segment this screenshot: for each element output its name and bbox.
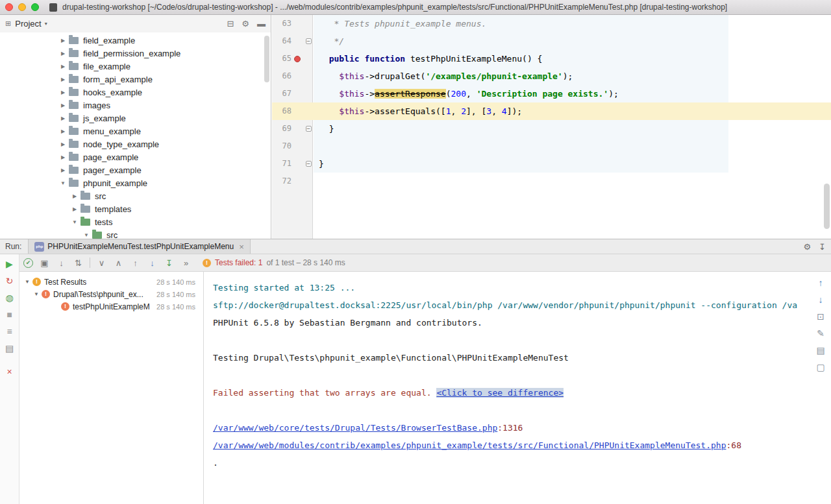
scroll-down-icon[interactable]: ↓ [819, 295, 823, 305]
project-tree-item-js_example[interactable]: ▶js_example [0, 112, 271, 125]
chevron-collapsed-icon[interactable]: ▶ [58, 154, 68, 160]
previous-failed-test-icon[interactable]: ↑ [130, 258, 141, 268]
folder-icon [69, 63, 79, 70]
chevron-collapsed-icon[interactable]: ▶ [58, 102, 68, 108]
console-output[interactable]: Testing started at 13:25 ...sftp://docke… [204, 272, 810, 504]
close-window-button[interactable] [5, 3, 13, 11]
project-tree-item-src[interactable]: ▼src [0, 228, 271, 239]
chevron-expanded-icon[interactable]: ▼ [82, 232, 91, 238]
code-line[interactable]: */ [314, 32, 344, 50]
chevron-expanded-icon[interactable]: ▼ [70, 219, 79, 225]
editor-scrollbar[interactable] [824, 184, 830, 229]
code-line[interactable]: $this->assertResponse(200, 'Description … [314, 85, 619, 102]
code-line[interactable]: * Tests phpunit_example menus. [314, 15, 486, 32]
rerun-icon[interactable]: ▶ [6, 259, 13, 269]
zoom-window-button[interactable] [31, 3, 39, 11]
test-tree-item[interactable]: ▼!Test Results28 s 140 ms [19, 276, 203, 288]
chevron-expanded-icon[interactable]: ▼ [23, 279, 31, 285]
export-test-results-icon[interactable]: ⊡ [817, 312, 825, 322]
chevron-down-icon[interactable]: ▾ [45, 21, 47, 27]
console-line [213, 366, 810, 384]
code-line[interactable] [314, 173, 319, 190]
console-link[interactable]: /var/www/web/modules/contrib/examples/ph… [213, 440, 726, 450]
code-line[interactable]: public function testPhpUnitExampleMenu()… [314, 50, 542, 67]
console-link[interactable]: /var/www/web/core/tests/Drupal/Tests/Bro… [213, 423, 497, 433]
project-tree-item-field_permission_example[interactable]: ▶field_permission_example [0, 47, 271, 60]
import-test-results-icon[interactable]: ↧ [164, 258, 175, 268]
editor[interactable]: 63 * Tests phpunit_example menus.64− */6… [272, 15, 831, 239]
coverage-icon[interactable]: ◍ [5, 293, 13, 303]
minimize-window-button[interactable] [18, 3, 26, 11]
close-tab-icon[interactable]: × [239, 242, 244, 252]
test-marker-icon[interactable] [294, 56, 301, 62]
show-ignored-icon[interactable]: ▣ [39, 258, 50, 268]
project-tree-item-templates[interactable]: ▶templates [0, 202, 271, 215]
project-tree-item-tests[interactable]: ▼tests [0, 215, 271, 228]
collapse-all-icon[interactable]: ∧ [113, 258, 124, 268]
console-link[interactable]: <Click to see difference> [436, 388, 564, 398]
gutter-cell: 63 [272, 15, 314, 32]
chevron-expanded-icon[interactable]: ▼ [58, 180, 68, 186]
clear-all-icon[interactable]: ▢ [816, 363, 825, 372]
chevron-collapsed-icon[interactable]: ▶ [58, 90, 68, 95]
project-panel-title[interactable]: Project [15, 19, 41, 29]
chevron-collapsed-icon[interactable]: ▶ [58, 38, 68, 43]
open-in-editor-icon[interactable]: ✎ [817, 329, 825, 339]
test-tree-item[interactable]: ▼!Drupal\Tests\phpunit_ex...28 s 140 ms [19, 288, 203, 300]
code-line[interactable]: $this->drupalGet('/examples/phpunit-exam… [314, 67, 573, 85]
sort-by-duration-icon[interactable]: ↓ [56, 258, 67, 268]
chevron-collapsed-icon[interactable]: ▶ [70, 193, 79, 199]
folder-icon [69, 102, 79, 109]
code-line[interactable] [314, 138, 319, 155]
collapse-all-icon[interactable]: ⊟ [227, 19, 234, 29]
sort-alphabetically-icon[interactable]: ⇅ [73, 258, 84, 268]
console-history-icon[interactable]: ▤ [5, 343, 14, 354]
hide-panel-icon[interactable]: ▬ [257, 19, 266, 29]
project-tree-item-pager_example[interactable]: ▶pager_example [0, 163, 271, 176]
project-tree-item-phpunit_example[interactable]: ▼phpunit_example [0, 176, 271, 189]
run-tab[interactable]: php PHPUnitExampleMenuTest.testPhpUnitEx… [28, 239, 250, 254]
project-tree-item-form_api_example[interactable]: ▶form_api_example [0, 73, 271, 86]
settings-icon[interactable]: ⚙ [242, 19, 249, 29]
scroll-up-icon[interactable]: ↑ [819, 278, 823, 288]
next-failed-test-icon[interactable]: ↓ [147, 258, 158, 268]
more-chevron-icon[interactable]: » [180, 258, 192, 268]
test-results-tree: ▼!Test Results28 s 140 ms▼!Drupal\Tests\… [19, 272, 204, 504]
fold-marker-icon[interactable]: − [306, 126, 312, 132]
chevron-collapsed-icon[interactable]: ▶ [58, 167, 68, 173]
fold-marker-icon[interactable]: − [306, 38, 312, 44]
chevron-collapsed-icon[interactable]: ▶ [58, 141, 68, 147]
test-tree-item[interactable]: !testPhpUnitExampleM28 s 140 ms [19, 300, 203, 313]
expand-all-icon[interactable]: ∨ [96, 258, 107, 268]
project-tree-item-src[interactable]: ▶src [0, 189, 271, 202]
chevron-collapsed-icon[interactable]: ▶ [58, 77, 68, 82]
code-line[interactable]: $this->assertEquals([1, 2], [3, 4]); [314, 102, 522, 120]
hide-panel-icon[interactable]: ↧ [819, 242, 826, 252]
close-icon[interactable]: × [6, 366, 12, 377]
code-line[interactable]: } [314, 155, 324, 173]
fold-marker-icon[interactable]: − [306, 161, 312, 167]
rerun-failed-tests-icon[interactable]: ↻ [6, 276, 14, 286]
chevron-collapsed-icon[interactable]: ▶ [58, 51, 68, 56]
print-icon[interactable]: ▤ [816, 346, 825, 355]
show-passed-icon[interactable]: ✔ [23, 258, 33, 268]
chevron-expanded-icon[interactable]: ▼ [32, 291, 40, 297]
editor-line-64: 64− */ [272, 32, 831, 50]
code-line[interactable]: } [314, 120, 334, 138]
chevron-collapsed-icon[interactable]: ▶ [58, 128, 68, 134]
project-tree-item-images[interactable]: ▶images [0, 99, 271, 112]
chevron-collapsed-icon[interactable]: ▶ [58, 115, 68, 121]
chevron-collapsed-icon[interactable]: ▶ [70, 206, 79, 212]
stop-icon[interactable]: ■ [6, 309, 12, 320]
dump-threads-icon[interactable]: ≡ [6, 326, 12, 337]
project-tree-item-hooks_example[interactable]: ▶hooks_example [0, 86, 271, 99]
project-panel-header: ⊞ Project ▾ ⊟⚙▬ [0, 15, 271, 32]
project-tree-item-page_example[interactable]: ▶page_example [0, 150, 271, 163]
project-tree-item-menu_example[interactable]: ▶menu_example [0, 125, 271, 138]
chevron-collapsed-icon[interactable]: ▶ [58, 64, 68, 69]
project-tree-item-node_type_example[interactable]: ▶node_type_example [0, 138, 271, 150]
project-tree-item-field_example[interactable]: ▶field_example [0, 34, 271, 47]
project-tree-item-file_example[interactable]: ▶file_example [0, 60, 271, 73]
settings-icon[interactable]: ⚙ [803, 242, 811, 252]
project-scrollbar[interactable] [264, 36, 269, 82]
